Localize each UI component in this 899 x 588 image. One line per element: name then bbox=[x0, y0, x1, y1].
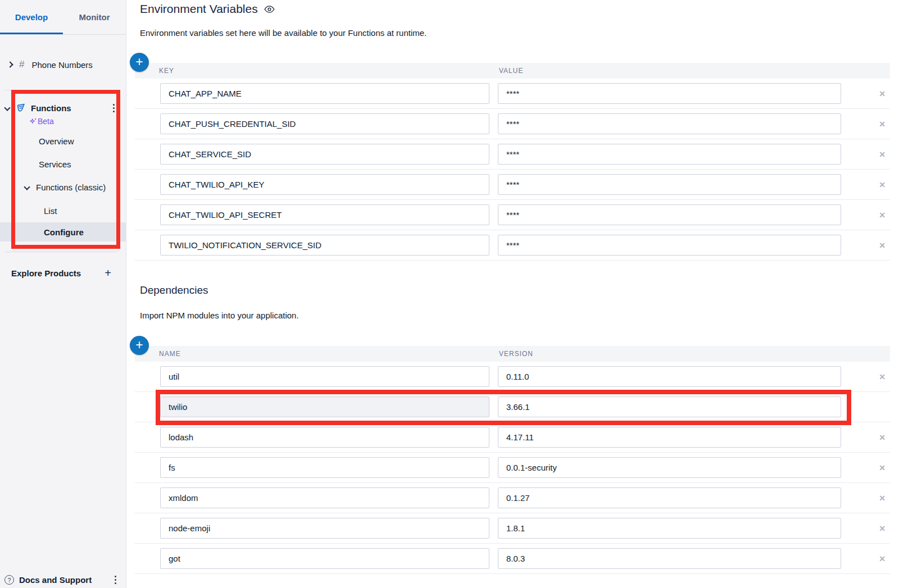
sidebar-tabbar: Develop Monitor bbox=[0, 0, 126, 35]
functions-logo-icon bbox=[15, 102, 26, 113]
deps-col-version: VERSION bbox=[499, 350, 533, 358]
env-key-input-2[interactable] bbox=[160, 144, 489, 165]
sidebar-item-label: Overview bbox=[39, 136, 74, 146]
deps-row: ✕ bbox=[135, 422, 890, 453]
deps-row-close-4[interactable]: ✕ bbox=[874, 490, 890, 506]
eye-icon bbox=[264, 3, 275, 15]
env-row-close-4[interactable]: ✕ bbox=[874, 207, 890, 223]
sparkle-icon bbox=[29, 117, 37, 125]
env-table-header: KEY VALUE bbox=[135, 63, 890, 79]
dep-version-input-6[interactable] bbox=[498, 548, 841, 569]
explore-products[interactable]: Explore Products + bbox=[0, 265, 126, 281]
sidebar: Develop Monitor # Phone Numbers Function… bbox=[0, 0, 126, 588]
env-row: ✕ bbox=[135, 230, 890, 261]
env-row: ✕ bbox=[135, 79, 890, 109]
sidebar-item-label: Docs and Support bbox=[19, 575, 92, 585]
sidebar-item-services[interactable]: Services bbox=[0, 157, 126, 171]
env-row-close-1[interactable]: ✕ bbox=[874, 116, 890, 132]
dep-version-input-2[interactable] bbox=[498, 427, 841, 448]
chevron-right-icon bbox=[7, 61, 13, 67]
deps-row: ✕ bbox=[135, 544, 890, 574]
kebab-menu-icon[interactable] bbox=[111, 102, 117, 115]
sidebar-divider bbox=[4, 252, 117, 252]
beta-label: Beta bbox=[38, 117, 54, 126]
deps-row: ✕ bbox=[135, 362, 890, 392]
dep-name-input-6[interactable] bbox=[160, 548, 489, 569]
dep-version-input-0[interactable] bbox=[498, 366, 841, 387]
sidebar-item-configure[interactable]: Configure bbox=[0, 222, 126, 241]
env-row-close-3[interactable]: ✕ bbox=[874, 177, 890, 193]
deps-row-close-0[interactable]: ✕ bbox=[874, 369, 890, 385]
dep-name-input-3[interactable] bbox=[160, 457, 489, 478]
env-section-title: Environment Variables bbox=[140, 2, 275, 16]
dep-version-input-4[interactable] bbox=[498, 487, 841, 508]
env-row-close-5[interactable]: ✕ bbox=[874, 238, 890, 253]
env-value-input-0[interactable] bbox=[498, 83, 841, 104]
env-row: ✕ bbox=[135, 170, 890, 200]
env-table: + KEY VALUE ✕ ✕ ✕ ✕ ✕ bbox=[135, 63, 890, 261]
chevron-down-icon bbox=[4, 104, 10, 111]
deps-row: ✕ bbox=[135, 483, 890, 513]
env-row: ✕ bbox=[135, 139, 890, 170]
deps-row-close-2[interactable]: ✕ bbox=[874, 430, 890, 445]
env-row: ✕ bbox=[135, 109, 890, 139]
env-key-input-5[interactable] bbox=[160, 235, 489, 256]
deps-row-close-3[interactable]: ✕ bbox=[874, 460, 890, 476]
sidebar-item-label: Functions bbox=[31, 103, 71, 113]
env-value-input-1[interactable] bbox=[498, 113, 841, 134]
sidebar-item-phone-numbers[interactable]: # Phone Numbers bbox=[0, 56, 126, 73]
kebab-menu-icon[interactable] bbox=[112, 573, 119, 586]
env-key-input-3[interactable] bbox=[160, 174, 489, 195]
env-row-close-0[interactable]: ✕ bbox=[874, 86, 890, 102]
deps-table: + NAME VERSION ✕ ✕ ✕ ✕ bbox=[135, 346, 890, 574]
sidebar-item-label: Phone Numbers bbox=[31, 60, 92, 70]
env-add-button[interactable]: + bbox=[130, 53, 149, 72]
env-key-input-0[interactable] bbox=[160, 83, 489, 104]
dep-version-input-5[interactable] bbox=[498, 518, 841, 539]
env-section-description: Environment variables set here will be a… bbox=[140, 28, 426, 38]
env-value-input-3[interactable] bbox=[498, 174, 841, 195]
sidebar-item-functions-classic[interactable]: Functions (classic) bbox=[0, 180, 126, 194]
help-circle-icon: ? bbox=[4, 575, 14, 585]
dep-name-input-5[interactable] bbox=[160, 518, 489, 539]
env-row: ✕ bbox=[135, 200, 890, 230]
deps-table-header: NAME VERSION bbox=[135, 346, 890, 362]
deps-row: ✕ bbox=[135, 513, 890, 544]
deps-row-close-5[interactable]: ✕ bbox=[874, 521, 890, 536]
hash-icon: # bbox=[19, 59, 24, 70]
tab-develop[interactable]: Develop bbox=[0, 0, 63, 34]
sidebar-item-list[interactable]: List bbox=[0, 203, 126, 218]
dep-name-input-1[interactable] bbox=[160, 396, 489, 417]
env-key-input-4[interactable] bbox=[160, 204, 489, 225]
env-col-value: VALUE bbox=[499, 67, 523, 75]
explore-products-label: Explore Products bbox=[11, 268, 81, 278]
deps-section-description: Import NPM modules into your application… bbox=[140, 311, 299, 320]
dep-version-input-3[interactable] bbox=[498, 457, 841, 478]
env-key-input-1[interactable] bbox=[160, 113, 489, 134]
deps-title-text: Dependencies bbox=[140, 284, 208, 297]
chevron-down-icon bbox=[24, 184, 30, 190]
deps-col-name: NAME bbox=[159, 350, 181, 358]
env-value-input-4[interactable] bbox=[498, 204, 841, 225]
dep-version-input-1[interactable] bbox=[498, 396, 841, 417]
sidebar-item-functions[interactable]: Functions bbox=[0, 100, 126, 116]
sidebar-divider bbox=[4, 90, 117, 90]
env-value-input-5[interactable] bbox=[498, 235, 841, 256]
dep-name-input-2[interactable] bbox=[160, 427, 489, 448]
sidebar-item-docs-support[interactable]: ? Docs and Support bbox=[0, 572, 126, 588]
dep-name-input-0[interactable] bbox=[160, 366, 489, 387]
tab-monitor[interactable]: Monitor bbox=[63, 0, 126, 34]
env-title-text: Environment Variables bbox=[140, 2, 258, 16]
dep-name-input-4[interactable] bbox=[160, 487, 489, 508]
sidebar-item-label: Configure bbox=[44, 227, 84, 237]
env-value-input-2[interactable] bbox=[498, 144, 841, 165]
main-content: Environment Variables Environment variab… bbox=[127, 0, 899, 588]
env-col-key: KEY bbox=[159, 67, 174, 75]
deps-row: ✕ bbox=[135, 453, 890, 483]
deps-add-button[interactable]: + bbox=[130, 336, 149, 355]
env-row-close-2[interactable]: ✕ bbox=[874, 147, 890, 162]
sidebar-item-overview[interactable]: Overview bbox=[0, 134, 126, 148]
deps-row-close-6[interactable]: ✕ bbox=[874, 551, 890, 567]
sidebar-item-label: List bbox=[44, 206, 57, 216]
explore-products-add-icon[interactable]: + bbox=[105, 267, 111, 279]
